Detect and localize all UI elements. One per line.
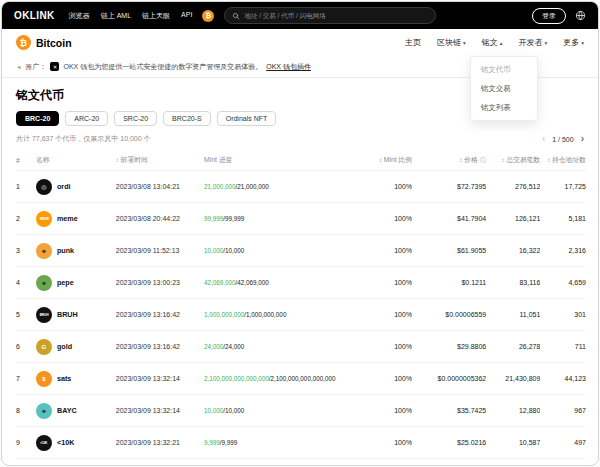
subnav-item-home[interactable]: 主页	[405, 37, 421, 48]
dropdown-item-inscription-tokens[interactable]: 铭文代币	[471, 60, 537, 79]
token-icon: $	[36, 371, 52, 387]
token-icon: BRUH	[36, 307, 52, 323]
top-navbar: OKLINK 浏览器 链上 AML 链上天眼 API ₿ 登录	[2, 2, 598, 29]
mint-ratio: 100%	[364, 299, 412, 331]
login-button[interactable]: 登录	[532, 8, 566, 24]
header-price[interactable]: ↕ 价格 ⓘ	[412, 149, 486, 171]
megaphone-icon: ◄	[16, 64, 21, 70]
subnav-item-inscriptions[interactable]: 铭文 ▴ 铭文代币 铭文交易 铭文列表	[482, 37, 503, 48]
token-name[interactable]: punk	[57, 246, 74, 255]
tab-brc20s[interactable]: BRC20-S	[163, 111, 211, 126]
next-page-button[interactable]: ›	[581, 134, 584, 144]
table-row[interactable]: 9 <10K <10K 2023/03/09 13:32:21 9,999/9,…	[16, 427, 586, 459]
mint-progress: 2,100,000,000,000,000/2,100,000,000,000,…	[204, 363, 364, 395]
prev-page-button[interactable]: ‹	[542, 134, 545, 144]
tx-count: 16,322	[486, 235, 540, 267]
btc-coin-icon[interactable]: ₿	[202, 10, 214, 22]
token-name[interactable]: ordi	[57, 182, 71, 191]
subnav-item-blockchain[interactable]: 区块链 ▾	[437, 37, 466, 48]
oklink-logo: OKLINK	[14, 10, 55, 21]
tx-count: 10,587	[486, 427, 540, 459]
holders: 4,659	[540, 267, 586, 299]
token-name[interactable]: meme	[57, 214, 78, 223]
promo-tag: 推广：	[25, 62, 46, 72]
table-row[interactable]: 1 ◎ ordi 2023/03/08 13:04:21 21,000,000/…	[16, 171, 586, 203]
tx-count: 126,121	[486, 203, 540, 235]
token-icon: <10K	[36, 435, 52, 451]
price: $41.7904	[412, 203, 486, 235]
search-bar[interactable]	[224, 7, 436, 24]
pagination: ‹ 1 / 500 ›	[542, 134, 584, 144]
mint-progress: 10,000/10,000	[204, 235, 364, 267]
table-row[interactable]: 3 ☻ punk 2023/03/09 11:52:13 10,000/10,0…	[16, 235, 586, 267]
promo-link[interactable]: OKX 钱包插件	[266, 62, 311, 72]
deploy-time: 2023/03/09 13:16:42	[116, 331, 204, 363]
token-name[interactable]: sats	[57, 374, 71, 383]
mint-progress: 10,000/10,000	[204, 395, 364, 427]
chevron-down-icon: ▾	[463, 40, 466, 46]
table-header-row: # 名称 ↕ 部署时间 Mint 进度 ↕ Mint 比例 ↕ 价格 ⓘ ↕ 总…	[16, 149, 586, 171]
subnav-item-developers[interactable]: 开发者 ▾	[518, 37, 547, 48]
tab-arc20[interactable]: ARC-20	[65, 111, 108, 126]
mint-ratio: 100%	[364, 331, 412, 363]
table-row[interactable]: 5 BRUH BRUH 2023/03/09 13:16:42 1,000,00…	[16, 299, 586, 331]
price: $0.00006559	[412, 299, 486, 331]
tab-src20[interactable]: SRC-20	[114, 111, 157, 126]
sort-icon: ↕	[459, 157, 462, 163]
top-nav: 浏览器 链上 AML 链上天眼 API	[69, 11, 193, 21]
mint-ratio: 100%	[364, 427, 412, 459]
token-name[interactable]: <10K	[57, 438, 74, 447]
inscriptions-dropdown: 铭文代币 铭文交易 铭文列表	[470, 56, 538, 121]
deploy-time: 2023/03/09 13:16:42	[116, 299, 204, 331]
deploy-time: 2023/03/09 13:00:23	[116, 267, 204, 299]
table-row[interactable]: 7 $ sats 2023/03/09 13:32:14 2,100,000,0…	[16, 363, 586, 395]
mint-ratio: 100%	[364, 363, 412, 395]
token-icon: ☻	[36, 275, 52, 291]
holders: 301	[540, 299, 586, 331]
price: $25.0216	[412, 427, 486, 459]
search-input[interactable]	[244, 12, 428, 19]
globe-icon[interactable]	[575, 10, 586, 21]
summary-row: 共计 77,637 个代币，仅展示其中 10,000 个 ‹ 1 / 500 ›	[2, 126, 598, 147]
token-name[interactable]: BAYC	[57, 406, 77, 415]
header-deploy-time[interactable]: ↕ 部署时间	[116, 149, 204, 171]
sort-icon: ↕	[379, 157, 382, 163]
mint-progress: 99,999/99,999	[204, 203, 364, 235]
table-row[interactable]: 2 MEME meme 2023/03/08 20:44:22 99,999/9…	[16, 203, 586, 235]
mint-progress: 42,069,000/42,069,000	[204, 267, 364, 299]
mint-progress: 1,000,000,000/1,000,000,000	[204, 299, 364, 331]
nav-explorer[interactable]: 浏览器	[69, 11, 90, 21]
row-index: 9	[16, 427, 36, 459]
price: $35.7425	[412, 395, 486, 427]
row-index: 6	[16, 331, 36, 363]
table-row[interactable]: 8 ☻ BAYC 2023/03/09 13:32:14 10,000/10,0…	[16, 395, 586, 427]
row-index: 2	[16, 203, 36, 235]
tab-brc20[interactable]: BRC-20	[16, 111, 59, 126]
row-index: 7	[16, 363, 36, 395]
nav-onchain-eye[interactable]: 链上天眼	[142, 11, 170, 21]
chain-name: Bitcoin	[36, 37, 72, 49]
mint-progress: 9,999/9,999	[204, 427, 364, 459]
header-mint-ratio[interactable]: ↕ Mint 比例	[364, 149, 412, 171]
info-icon[interactable]: ⓘ	[480, 156, 487, 163]
tab-ordinals-nft[interactable]: Ordinals NFT	[217, 111, 277, 126]
dropdown-item-inscription-transactions[interactable]: 铭文交易	[471, 79, 537, 98]
header-holders[interactable]: ↕ 持仓地址数	[540, 149, 586, 171]
token-name[interactable]: gold	[57, 342, 72, 351]
mint-progress: 21,000,000/21,000,000	[204, 171, 364, 203]
nav-api[interactable]: API	[181, 11, 192, 21]
header-tx-count[interactable]: ↕ 总交易笔数	[486, 149, 540, 171]
table-row[interactable]: 4 ☻ pepe 2023/03/09 13:00:23 42,069,000/…	[16, 267, 586, 299]
row-index: 3	[16, 235, 36, 267]
mint-ratio: 100%	[364, 395, 412, 427]
token-name[interactable]: pepe	[57, 278, 74, 287]
token-count-summary: 共计 77,637 个代币，仅展示其中 10,000 个	[16, 134, 151, 144]
table-row[interactable]: 6 G gold 2023/03/09 13:16:42 24,000/24,0…	[16, 331, 586, 363]
subnav-item-more[interactable]: 更多 ▾	[563, 37, 584, 48]
token-name[interactable]: BRUH	[57, 310, 78, 319]
dropdown-item-inscription-list[interactable]: 铭文列表	[471, 98, 537, 117]
token-icon: ☻	[36, 243, 52, 259]
tx-count: 276,512	[486, 171, 540, 203]
sort-icon: ↕	[116, 157, 119, 163]
nav-onchain-aml[interactable]: 链上 AML	[101, 11, 131, 21]
